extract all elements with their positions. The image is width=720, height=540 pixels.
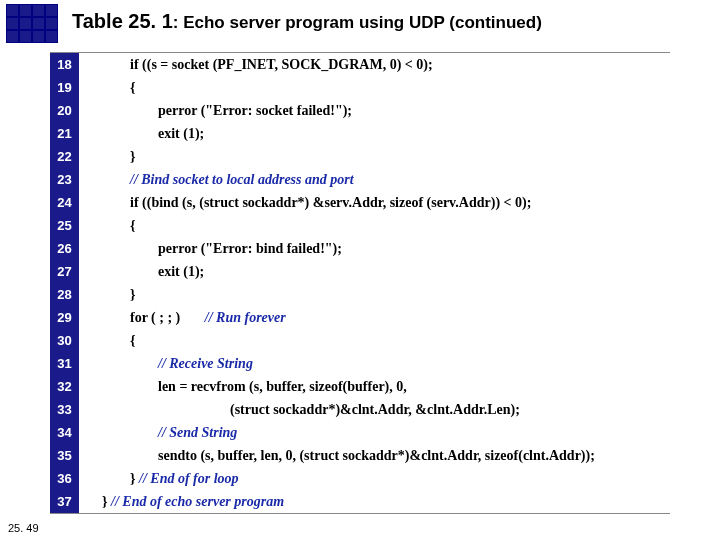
line-number: 32 [50,375,80,398]
code-text: // Bind socket to local address and port [80,168,670,191]
code-text: } [80,283,670,306]
code-row: 24if ((bind (s, (struct sockaddr*) &serv… [50,191,670,214]
line-number: 31 [50,352,80,375]
code-row: 32len = recvfrom (s, buffer, sizeof(buff… [50,375,670,398]
title-suffix: : Echo server program using UDP (continu… [173,13,542,32]
code-row: 28} [50,283,670,306]
code-text: (struct sockaddr*)&clnt.Addr, &clnt.Addr… [80,398,670,421]
code-text: } // End of for loop [80,467,670,490]
line-number: 26 [50,237,80,260]
page-title: Table 25. 1: Echo server program using U… [72,10,542,33]
line-number: 29 [50,306,80,329]
code-text: { [80,329,670,352]
line-number: 27 [50,260,80,283]
line-number: 19 [50,76,80,99]
code-row: 21exit (1); [50,122,670,145]
code-text: { [80,76,670,99]
code-row: 26perror ("Error: bind failed!"); [50,237,670,260]
line-number: 30 [50,329,80,352]
line-number: 25 [50,214,80,237]
code-text: // Receive String [80,352,670,375]
code-text: if ((s = socket (PF_INET, SOCK_DGRAM, 0)… [80,53,670,76]
code-row: 37} // End of echo server program [50,490,670,513]
code-text: perror ("Error: bind failed!"); [80,237,670,260]
line-number: 18 [50,53,80,76]
line-number: 33 [50,398,80,421]
code-text: len = recvfrom (s, buffer, sizeof(buffer… [80,375,670,398]
code-row: 22} [50,145,670,168]
code-row: 25{ [50,214,670,237]
page-footer: 25. 49 [8,522,39,534]
code-text: } // End of echo server program [80,490,670,513]
line-number: 22 [50,145,80,168]
code-text: for ( ; ; ) // Run forever [80,306,670,329]
title-prefix: Table 25. 1 [72,10,173,32]
line-number: 23 [50,168,80,191]
code-row: 31// Receive String [50,352,670,375]
code-text: } [80,145,670,168]
inline-comment: // End of echo server program [111,494,284,509]
code-row: 18if ((s = socket (PF_INET, SOCK_DGRAM, … [50,53,670,76]
line-number: 34 [50,421,80,444]
code-row: 19{ [50,76,670,99]
code-row: 29for ( ; ; ) // Run forever [50,306,670,329]
line-number: 36 [50,467,80,490]
code-row: 20perror ("Error: socket failed!"); [50,99,670,122]
code-text: exit (1); [80,260,670,283]
code-text: { [80,214,670,237]
line-number: 21 [50,122,80,145]
code-text: sendto (s, buffer, len, 0, (struct socka… [80,444,670,467]
line-number: 24 [50,191,80,214]
code-row: 36} // End of for loop [50,467,670,490]
code-listing: 18if ((s = socket (PF_INET, SOCK_DGRAM, … [50,52,670,514]
code-text: exit (1); [80,122,670,145]
code-row: 27exit (1); [50,260,670,283]
code-row: 34// Send String [50,421,670,444]
line-number: 37 [50,490,80,513]
inline-comment: // End of for loop [139,471,239,486]
line-number: 20 [50,99,80,122]
code-row: 23// Bind socket to local address and po… [50,168,670,191]
code-text: if ((bind (s, (struct sockaddr*) &serv.A… [80,191,670,214]
code-text: // Send String [80,421,670,444]
code-row: 35sendto (s, buffer, len, 0, (struct soc… [50,444,670,467]
grid-logo-icon [6,4,58,43]
code-text: perror ("Error: socket failed!"); [80,99,670,122]
inline-comment: // Run forever [205,310,286,325]
line-number: 28 [50,283,80,306]
code-row: 33(struct sockaddr*)&clnt.Addr, &clnt.Ad… [50,398,670,421]
code-row: 30{ [50,329,670,352]
line-number: 35 [50,444,80,467]
